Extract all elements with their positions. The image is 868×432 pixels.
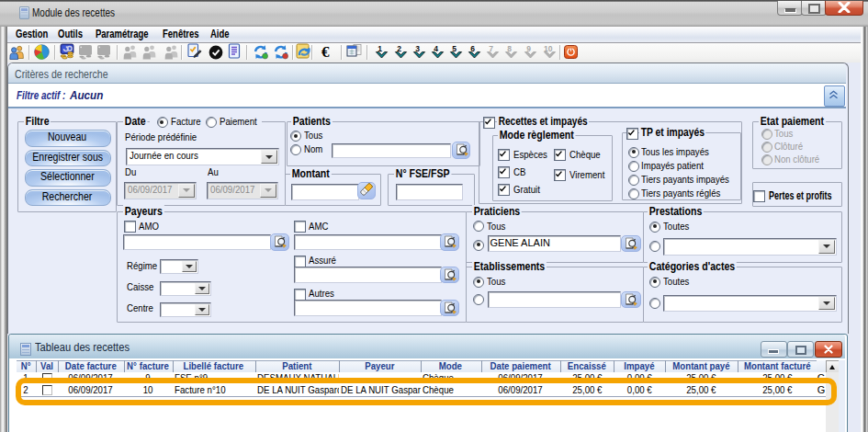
svg-text:€: € <box>321 43 330 59</box>
